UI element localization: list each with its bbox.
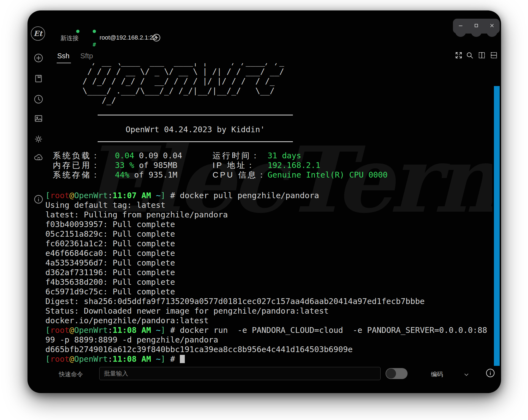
terminal-line: [root@OpenWrt:11:07 AM ~] # docker pull … bbox=[45, 191, 492, 200]
sysinfo-row: 系统存储：44% of 935.1MCPU 信息：Genuine Intel(R… bbox=[45, 170, 492, 180]
terminal-line: fc602361a1c2: Pull complete bbox=[45, 239, 492, 248]
sidebar-new-button[interactable] bbox=[34, 53, 43, 63]
plus-circle-icon bbox=[34, 59, 43, 64]
window-controls bbox=[453, 19, 500, 34]
split-vertical-icon bbox=[478, 56, 486, 60]
sysinfo-row: 内存已用：33 % of 985MBIP 地址：192.168.2.1 bbox=[45, 161, 492, 170]
footer-info-button[interactable] bbox=[485, 368, 495, 378]
close-icon bbox=[489, 23, 495, 30]
terminal-line: Digest: sha256:0d5ddfa9f7135209a0577d018… bbox=[45, 297, 492, 306]
fullscreen-expand-icon bbox=[455, 56, 463, 60]
sidebar-about-button[interactable] bbox=[34, 194, 43, 204]
sidebar-themes-button[interactable] bbox=[34, 114, 43, 123]
fullscreen-button[interactable] bbox=[455, 51, 463, 59]
electerm-logo: Et bbox=[31, 26, 45, 41]
banner-separator bbox=[98, 141, 293, 142]
sidebar-sync-button[interactable] bbox=[34, 153, 43, 162]
terminal-type-marker: # bbox=[93, 41, 96, 48]
batch-input-field[interactable] bbox=[99, 367, 381, 380]
tab-ssh[interactable]: Ssh bbox=[57, 52, 70, 60]
encoding-button[interactable]: 编码 bbox=[431, 370, 443, 378]
terminal-cursor bbox=[180, 355, 185, 363]
minimize-button[interactable] bbox=[453, 19, 468, 34]
terminal-scrollbar[interactable] bbox=[494, 86, 500, 366]
system-info: 系统负载：0.04 0.09 0.04运行时间：31 days内存已用：33 %… bbox=[45, 151, 492, 180]
tab-status-dot bbox=[93, 30, 96, 33]
history-clock-icon bbox=[34, 100, 43, 105]
close-button[interactable] bbox=[484, 19, 500, 34]
plus-circle-icon bbox=[152, 38, 161, 43]
split-vertical-button[interactable] bbox=[478, 51, 486, 59]
tab-sftp[interactable]: Sftp bbox=[80, 52, 93, 60]
release-title: OpenWrt 04.24.2023 by Kiddin' bbox=[98, 125, 293, 134]
terminal-line: 6c5971d9c75c: Pull complete bbox=[45, 287, 492, 297]
sidebar-settings-button[interactable] bbox=[34, 134, 43, 144]
maximize-button[interactable] bbox=[469, 19, 484, 34]
terminal-line: 05c2151a829c: Pull complete bbox=[45, 229, 492, 239]
terminal-line: docker.io/pengzhile/pandora:latest bbox=[45, 316, 492, 325]
terminal-line: [root@OpenWrt:11:08 AM ~] # bbox=[45, 354, 492, 364]
cloud-sync-icon bbox=[34, 159, 43, 163]
split-horizontal-button[interactable] bbox=[490, 51, 498, 59]
terminal-line: Using default tag: latest bbox=[45, 200, 492, 210]
toggle-knob bbox=[386, 369, 396, 378]
terminal-line: 99 -p 8899:8899 -d pengzhile/pandora bbox=[45, 335, 492, 345]
banner-separator bbox=[98, 115, 293, 115]
info-icon bbox=[34, 200, 43, 205]
chevron-down-icon bbox=[463, 374, 470, 379]
terminal-line: d665bfb2749016a612c39f840bbc191ca39ea8cc… bbox=[45, 345, 492, 354]
info-icon bbox=[485, 374, 495, 379]
bookmarks-icon bbox=[34, 80, 43, 84]
terminal-line: d362af731196: Pull complete bbox=[45, 268, 492, 277]
settings-gear-icon bbox=[34, 140, 43, 145]
maximize-icon bbox=[473, 23, 479, 30]
encoding-dropdown[interactable] bbox=[463, 371, 470, 378]
split-horizontal-icon bbox=[490, 56, 498, 60]
add-tab-button[interactable] bbox=[152, 33, 161, 42]
electerm-window: Et 新连接 root@192.168.2.1:22 # bbox=[28, 10, 501, 393]
sidebar-bookmarks-button[interactable] bbox=[34, 74, 43, 84]
terminal-line: e46f66846ca0: Pull complete bbox=[45, 248, 492, 258]
sidebar-history-button[interactable] bbox=[34, 94, 43, 104]
search-button[interactable] bbox=[466, 51, 474, 59]
tab-new-connection[interactable]: 新连接 bbox=[61, 34, 79, 42]
search-icon bbox=[466, 56, 474, 60]
tab-ssh-connection[interactable]: root@192.168.2.1:22 bbox=[100, 34, 156, 41]
terminal-pane[interactable]: ElecTerm / __ \____ ___ ____| | / /____/… bbox=[45, 63, 492, 367]
quick-command-button[interactable]: 快速命令 bbox=[59, 370, 83, 378]
terminal-line: f03b40093957: Pull complete bbox=[45, 220, 492, 229]
sysinfo-row: 系统负载：0.04 0.09 0.04运行时间：31 days bbox=[45, 151, 492, 161]
terminal-line: Status: Downloaded newer image for pengz… bbox=[45, 306, 492, 316]
batch-input-toggle[interactable] bbox=[386, 368, 408, 379]
terminal-output: [root@OpenWrt:11:07 AM ~] # docker pull … bbox=[45, 191, 492, 364]
terminal-line: f4b35638d200: Pull complete bbox=[45, 277, 492, 287]
terminal-line: latest: Pulling from pengzhile/pandora bbox=[45, 210, 492, 220]
tab-status-dot bbox=[76, 30, 79, 33]
ascii-banner: / __ \____ ___ ____| | / /____/ /_ / / /… bbox=[82, 63, 492, 105]
terminal-line: 4a53534956d7: Pull complete bbox=[45, 258, 492, 268]
image-icon bbox=[34, 120, 43, 124]
minimize-icon bbox=[458, 23, 464, 30]
terminal-line: [root@OpenWrt:11:08 AM ~] # docker run -… bbox=[45, 325, 492, 335]
